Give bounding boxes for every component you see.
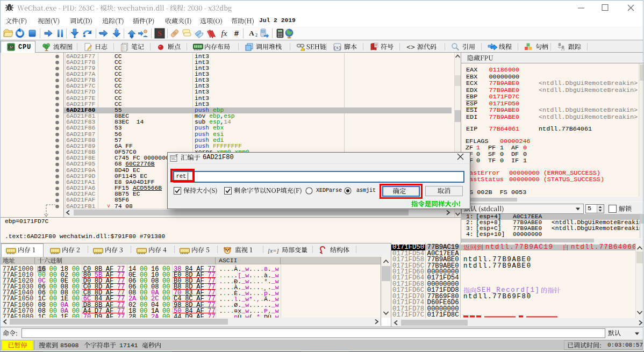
svg-text:32: 32: [9, 45, 13, 49]
svg-text:fx: fx: [221, 29, 227, 38]
svg-text:!: !: [304, 48, 305, 51]
svg-text:A: A: [249, 29, 254, 37]
svg-text:<>: <>: [406, 44, 415, 51]
svg-text:#: #: [234, 28, 239, 38]
svg-text:S: S: [158, 30, 162, 38]
svg-text:{s}: {s}: [333, 45, 341, 50]
svg-text:2: 2: [255, 33, 257, 38]
